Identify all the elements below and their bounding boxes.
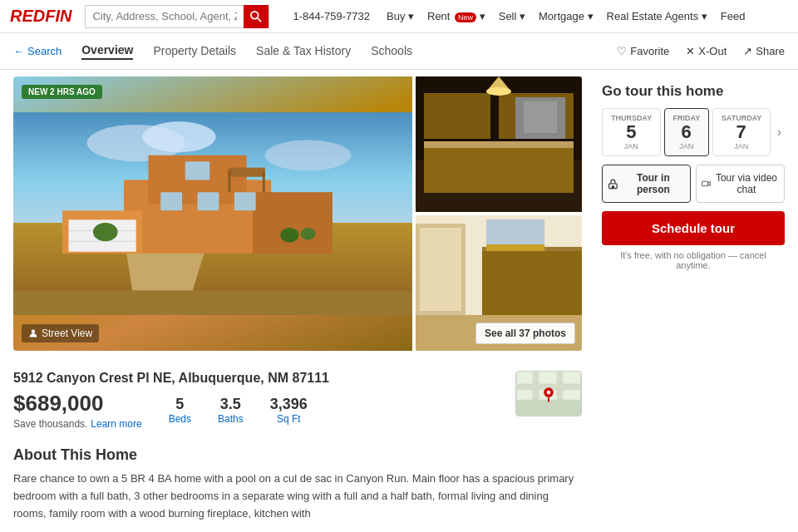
no-obligation-text: It's free, with no obligation — cancel a…: [602, 250, 785, 270]
svg-rect-34: [524, 101, 557, 133]
baths-stat: 3.5 Baths: [218, 396, 244, 425]
nav-buy[interactable]: Buy ▾: [387, 10, 414, 22]
side-photos: See all 37 photos: [416, 76, 582, 351]
month-thu: JAN: [611, 142, 652, 150]
svg-point-36: [486, 87, 511, 96]
svg-rect-45: [486, 244, 544, 251]
tab-sale-tax-history[interactable]: Sale & Tax History: [256, 44, 351, 59]
nav-actions: ♡ Favorite ✕ X-Out ↗ Share: [617, 45, 785, 57]
nav-rent[interactable]: Rent New ▾: [427, 10, 485, 22]
svg-rect-55: [702, 181, 708, 185]
tour-via-video[interactable]: Tour via video chat: [696, 165, 785, 203]
tab-property-details[interactable]: Property Details: [153, 44, 236, 59]
svg-rect-43: [420, 228, 461, 311]
svg-rect-16: [198, 192, 219, 210]
left-column: NEW 2 HRS AGO Street View: [13, 76, 582, 532]
svg-point-22: [93, 223, 118, 241]
svg-rect-19: [228, 168, 264, 177]
about-text: Rare chance to own a 5 BR 4 BA home with…: [13, 470, 582, 522]
favorite-action[interactable]: ♡ Favorite: [617, 45, 669, 57]
svg-rect-30: [424, 93, 490, 139]
svg-point-23: [280, 228, 298, 243]
share-action[interactable]: ↗ Share: [743, 45, 785, 57]
nav-links: Buy ▾ Rent New ▾ Sell ▾ Mortgage ▾ Real …: [387, 10, 745, 22]
sqft-value: 3,396: [270, 396, 308, 413]
search-button[interactable]: [244, 5, 268, 28]
svg-point-5: [265, 140, 351, 170]
svg-point-26: [32, 330, 36, 334]
tab-overview[interactable]: Overview: [81, 43, 133, 60]
top-nav: REDFIN 1-844-759-7732 Buy ▾ Rent New ▾ S…: [0, 0, 798, 33]
tour-in-person[interactable]: Tour in person: [602, 165, 691, 203]
tab-schools[interactable]: Schools: [371, 44, 412, 59]
svg-point-0: [251, 11, 259, 18]
side-photo-kitchen[interactable]: [416, 76, 582, 212]
secondary-nav: ← Search Overview Property Details Sale …: [0, 33, 798, 70]
price-block: $689,000 Save thousands. Learn more: [13, 391, 142, 430]
xout-action[interactable]: ✕ X-Out: [686, 45, 727, 57]
side-photo-interior[interactable]: See all 37 photos: [416, 215, 582, 351]
date-card-fri[interactable]: FRIDAY 6 JAN: [664, 108, 709, 156]
svg-rect-17: [234, 192, 256, 210]
svg-rect-29: [424, 143, 574, 193]
svg-point-4: [142, 121, 216, 152]
main-content: NEW 2 HRS AGO Street View: [0, 76, 798, 532]
sqft-stat: 3,396 Sq Ft: [270, 396, 308, 425]
svg-rect-25: [13, 290, 412, 315]
svg-rect-21: [263, 170, 265, 192]
svg-rect-10: [253, 192, 332, 254]
photo-grid: NEW 2 HRS AGO Street View: [13, 76, 582, 351]
svg-rect-18: [185, 161, 210, 180]
right-column: Go tour this home THURSDAY 5 JAN FRIDAY …: [602, 76, 785, 532]
sqft-label: Sq Ft: [270, 413, 308, 425]
map-thumbnail[interactable]: [515, 371, 582, 416]
svg-marker-56: [708, 182, 711, 185]
logo: REDFIN: [10, 7, 71, 26]
beds-stat: 5 Beds: [169, 396, 191, 425]
beds-value: 5: [169, 396, 191, 413]
about-title: About This Home: [13, 446, 582, 464]
tour-title: Go tour this home: [602, 83, 785, 100]
address-info: 5912 Canyon Crest Pl NE, Albuquerque, NM…: [13, 371, 505, 430]
main-photo[interactable]: NEW 2 HRS AGO Street View: [13, 76, 412, 351]
num-sat: 7: [722, 122, 761, 142]
save-text: Save thousands.: [13, 418, 87, 430]
svg-point-24: [301, 228, 316, 240]
svg-line-1: [258, 17, 261, 21]
tour-box: Go tour this home THURSDAY 5 JAN FRIDAY …: [602, 83, 785, 270]
house-photo-svg: [13, 76, 412, 351]
about-section: About This Home Rare chance to own a 5 B…: [13, 436, 582, 532]
learn-more-link[interactable]: Learn more: [91, 418, 141, 430]
month-fri: JAN: [673, 142, 700, 150]
date-card-sat[interactable]: SATURDAY 7 JAN: [712, 108, 771, 156]
phone-number: 1-844-759-7732: [293, 10, 370, 22]
schedule-tour-button[interactable]: Schedule tour: [602, 211, 785, 245]
nav-agents[interactable]: Real Estate Agents ▾: [607, 10, 707, 22]
date-row: THURSDAY 5 JAN FRIDAY 6 JAN SATURDAY 7 J…: [602, 108, 785, 156]
new-badge: NEW 2 HRS AGO: [22, 85, 102, 99]
listing-price: $689,000: [13, 391, 103, 416]
svg-rect-44: [486, 219, 544, 244]
svg-rect-54: [612, 186, 614, 189]
see-all-photos-button[interactable]: See all 37 photos: [475, 323, 575, 344]
search-input[interactable]: [86, 10, 244, 22]
nav-mortgage[interactable]: Mortgage ▾: [539, 10, 594, 22]
back-to-search[interactable]: ← Search: [13, 45, 62, 57]
svg-rect-15: [160, 192, 182, 210]
svg-rect-40: [482, 249, 582, 315]
search-box: [85, 5, 269, 28]
svg-rect-20: [228, 170, 230, 192]
address-line: 5912 Canyon Crest Pl NE, Albuquerque, NM…: [13, 371, 505, 386]
svg-rect-32: [424, 141, 574, 148]
nav-feed[interactable]: Feed: [721, 10, 746, 22]
date-next-arrow[interactable]: ›: [774, 121, 785, 143]
date-card-thu[interactable]: THURSDAY 5 JAN: [602, 108, 661, 156]
baths-value: 3.5: [218, 396, 244, 413]
svg-point-52: [547, 391, 551, 395]
month-sat: JAN: [722, 142, 761, 150]
baths-label: Baths: [218, 413, 244, 425]
price-row: $689,000 Save thousands. Learn more 5 Be…: [13, 391, 505, 430]
nav-sell[interactable]: Sell ▾: [499, 10, 525, 22]
beds-label: Beds: [169, 413, 191, 425]
street-view-button[interactable]: Street View: [22, 324, 99, 342]
